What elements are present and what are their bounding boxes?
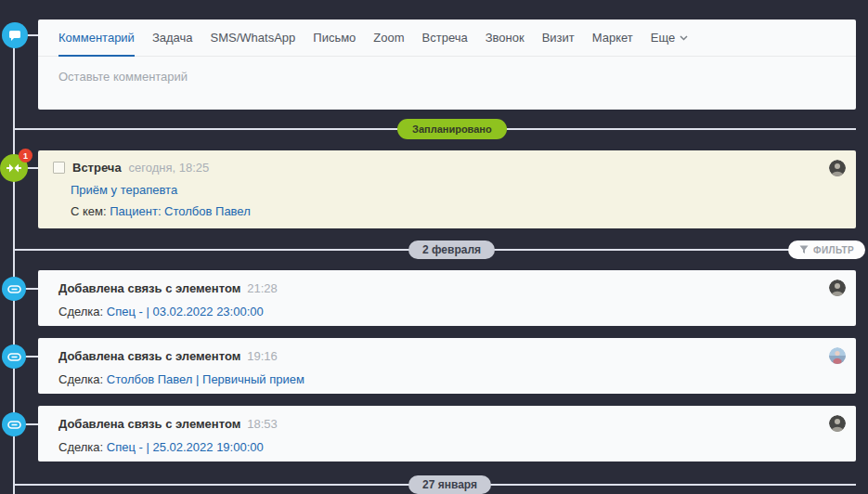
deal-link[interactable]: Спец - | 25.02.2022 19:00:00 — [107, 440, 264, 454]
event-title: Добавлена связь с элементом — [58, 417, 240, 431]
chain-link-icon — [7, 353, 21, 361]
link-event-icon — [2, 344, 26, 369]
event-title: Добавлена связь с элементом — [58, 349, 240, 363]
speech-bubble-icon — [8, 30, 21, 42]
link-event-icon — [2, 412, 26, 436]
event-time: 19:16 — [247, 349, 278, 363]
meeting-title-row: Встреча сегодня, 18:25 — [53, 161, 841, 175]
tab-zoom[interactable]: Zoom — [373, 20, 404, 56]
tab-email[interactable]: Письмо — [313, 20, 356, 56]
meeting-card[interactable]: Встреча сегодня, 18:25 Приём у терапевта… — [38, 150, 856, 228]
filter-label: ФИЛЬТР — [813, 245, 854, 255]
tab-label: Письмо — [313, 31, 356, 45]
avatar — [829, 160, 846, 176]
avatar — [829, 347, 846, 364]
meeting-arrows-icon — [6, 163, 21, 173]
event-detail-row: Сделка: Спец - | 25.02.2022 19:00:00 — [58, 440, 836, 454]
deal-link[interactable]: Спец - | 03.02.2022 23:00:00 — [107, 305, 264, 318]
tab-label: Звонок — [486, 31, 525, 45]
tab-label: Задача — [152, 31, 193, 45]
tab-label: SMS/WhatsApp — [211, 31, 296, 45]
filter-button[interactable]: ФИЛЬТР — [788, 240, 865, 259]
tab-label: Визит — [542, 31, 575, 45]
link-event-card[interactable]: Добавлена связь с элементом 18:53 Сделка… — [38, 406, 856, 462]
date-separator: 2 февраля — [408, 240, 495, 259]
with-label: С кем: — [71, 204, 107, 218]
deal-link[interactable]: Столбов Павел | Первичный прием — [107, 372, 304, 386]
tab-visit[interactable]: Визит — [542, 20, 575, 56]
user-photo-icon — [829, 160, 846, 176]
connector-line — [24, 423, 38, 425]
connector-line — [24, 288, 38, 290]
comment-stream-icon — [2, 22, 28, 48]
deal-label: Сделка: — [58, 372, 103, 386]
event-title-row: Добавлена связь с элементом 21:28 — [58, 281, 836, 295]
avatar — [829, 415, 846, 432]
crm-timeline-page: { "colors":{"accent_blue":"#2067b0","tim… — [0, 0, 868, 494]
chevron-down-icon — [680, 35, 688, 41]
tab-label: Zoom — [373, 31, 404, 45]
tab-call[interactable]: Звонок — [486, 20, 525, 56]
meeting-checkbox[interactable] — [53, 162, 65, 174]
event-title-row: Добавлена связь с элементом 18:53 — [58, 417, 836, 431]
chain-link-icon — [7, 285, 21, 293]
avatar — [829, 280, 846, 296]
event-time: 18:53 — [247, 417, 278, 431]
user-photo-icon — [829, 347, 846, 364]
chain-link-icon — [7, 421, 21, 429]
tab-label: Комментарий — [58, 31, 135, 45]
meeting-client-link[interactable]: Пациент: Столбов Павел — [110, 204, 251, 218]
composer-panel: Комментарий Задача SMS/WhatsApp Письмо Z… — [38, 20, 856, 110]
meeting-title: Встреча — [72, 161, 122, 175]
date-separator: 27 января — [408, 475, 491, 494]
tab-meeting[interactable]: Встреча — [422, 20, 468, 56]
deal-label: Сделка: — [58, 440, 103, 454]
tab-comment[interactable]: Комментарий — [58, 20, 135, 56]
meeting-with-row: С кем: Пациент: Столбов Павел — [71, 204, 841, 218]
tab-label: Еще — [651, 31, 675, 45]
link-event-card[interactable]: Добавлена связь с элементом 21:28 Сделка… — [38, 270, 856, 326]
tab-label: Встреча — [422, 31, 468, 45]
event-title-row: Добавлена связь с элементом 19:16 — [58, 349, 836, 363]
event-time: 21:28 — [247, 281, 278, 295]
event-detail-row: Сделка: Столбов Павел | Первичный прием — [58, 372, 836, 386]
connector-line — [24, 356, 38, 358]
meeting-time: сегодня, 18:25 — [129, 161, 210, 175]
planned-badge: Запланировано — [397, 119, 507, 139]
meeting-subject-row: Приём у терапевта — [71, 183, 841, 197]
tab-more[interactable]: Еще — [651, 20, 688, 56]
user-photo-icon — [829, 280, 846, 296]
event-detail-row: Сделка: Спец - | 03.02.2022 23:00:00 — [58, 305, 836, 318]
link-event-icon — [2, 277, 26, 301]
meeting-subject-link[interactable]: Приём у терапевта — [71, 183, 177, 197]
composer-tabs: Комментарий Задача SMS/WhatsApp Письмо Z… — [38, 20, 856, 57]
tab-task[interactable]: Задача — [152, 20, 193, 56]
funnel-icon — [799, 245, 809, 254]
tab-sms-whatsapp[interactable]: SMS/WhatsApp — [211, 20, 296, 56]
tab-label: Маркет — [592, 31, 633, 45]
tab-market[interactable]: Маркет — [592, 20, 633, 56]
notification-count-badge: 1 — [19, 149, 32, 162]
user-photo-icon — [829, 415, 846, 432]
comment-input[interactable]: Оставьте комментарий — [38, 57, 856, 97]
deal-label: Сделка: — [58, 305, 103, 318]
link-event-card[interactable]: Добавлена связь с элементом 19:16 Сделка… — [38, 338, 856, 394]
event-title: Добавлена связь с элементом — [58, 281, 240, 295]
